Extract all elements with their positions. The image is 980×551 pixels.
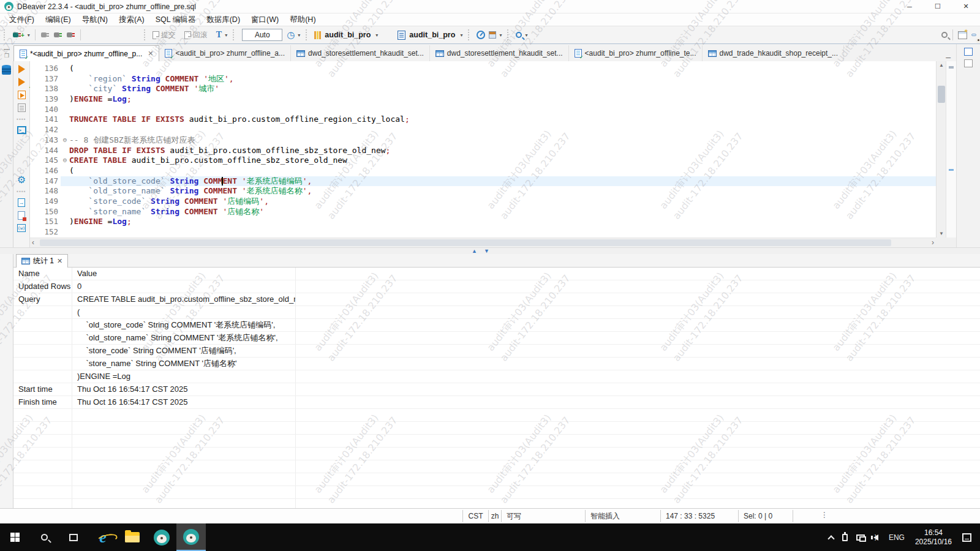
grid-row[interactable]: Finish timeThu Oct 16 16:54:17 CST 2025 <box>13 396 980 409</box>
code-line[interactable]: 146( <box>30 166 936 176</box>
word-wrap-button[interactable]: (w) <box>17 224 26 232</box>
status-writable[interactable]: 可写 <box>501 510 585 522</box>
task-view-button[interactable] <box>59 523 88 551</box>
open-perspective-button[interactable] <box>956 30 969 40</box>
open-console-button[interactable]: >_ <box>17 126 26 134</box>
code-line[interactable]: 139)ENGINE =Log; <box>30 94 936 105</box>
menu-item-w[interactable]: 窗口(W) <box>246 13 284 26</box>
internet-explorer-button[interactable]: e <box>88 523 118 551</box>
minimized-toolbar-handle[interactable]: ▪▪▪▪❐ <box>0 44 13 61</box>
code-line[interactable]: 137 `region` String COMMENT '地区', <box>30 74 936 84</box>
status-overflow-icon[interactable]: ⋮ <box>821 511 828 519</box>
editor-results-splitter[interactable]: ▲ ▼ <box>0 247 980 254</box>
code-line[interactable]: 136( <box>30 64 936 74</box>
explain-plan-button[interactable] <box>18 103 26 112</box>
minimized-view-icon[interactable] <box>964 59 973 67</box>
fold-marker-icon[interactable]: ⊖ <box>61 135 69 146</box>
minimized-outline-strip[interactable] <box>956 44 980 247</box>
statistics-grid[interactable]: NameValueUpdated Rows0QueryCREATE TABLE … <box>13 268 980 508</box>
menu-item-n[interactable]: 导航(N) <box>77 13 113 26</box>
schema-selector[interactable]: audit_bi_pro▾ <box>396 29 464 41</box>
column-header-name[interactable]: Name <box>13 268 72 280</box>
code-line[interactable]: 151)ENGINE =Log; <box>30 217 936 227</box>
scrollbar-thumb[interactable] <box>40 239 891 246</box>
dbeaver-taskbar-button[interactable] <box>147 523 176 551</box>
grid-row[interactable]: QueryCREATE TABLE audit_bi_pro.custom_of… <box>13 293 980 306</box>
tab-statistics[interactable]: 统计 1 ✕ <box>16 254 68 268</box>
menu-item-e[interactable]: 编辑(E) <box>40 13 77 26</box>
editor-tab[interactable]: <audit_bi_pro> zhumr_offline_a... <box>159 45 291 61</box>
code-line[interactable]: 140 <box>30 105 936 115</box>
grid-row[interactable]: Start timeThu Oct 16 16:54:17 CST 2025 <box>13 383 980 396</box>
execute-in-new-tab-button[interactable] <box>18 78 25 86</box>
column-header-value[interactable]: Value <box>72 268 296 280</box>
code-line[interactable]: 138 `city` String COMMENT '城市' <box>30 84 936 94</box>
scroll-down-icon[interactable]: ▼ <box>937 230 946 238</box>
start-button[interactable] <box>0 523 29 551</box>
dbeaver-perspective-button[interactable] <box>971 34 976 36</box>
sql-code-editor[interactable]: 136(137 `region` String COMMENT '地区',138… <box>30 61 936 238</box>
grid-row[interactable]: ( <box>13 306 980 319</box>
status-caret-position[interactable]: 147 : 33 : 5325 <box>660 510 738 522</box>
settings-gear-icon[interactable]: ⚙ <box>17 176 26 184</box>
status-timezone[interactable]: CST <box>462 510 488 522</box>
transaction-log-button[interactable]: T▾ <box>214 29 229 41</box>
connect-button[interactable] <box>39 30 51 40</box>
dbeaver-taskbar-button-active[interactable] <box>176 523 206 551</box>
menu-item-d[interactable]: 数据库(D) <box>201 13 246 26</box>
code-line[interactable]: 152 <box>30 227 936 238</box>
commit-button[interactable]: 提交 <box>151 29 178 42</box>
editor-tab[interactable]: dwd_storesettlement_hkaudit_set... <box>430 45 569 61</box>
scrollbar-thumb[interactable] <box>938 86 945 103</box>
commit-mode-select[interactable]: Auto <box>242 29 282 41</box>
validate-script-button[interactable] <box>18 211 25 220</box>
search-button[interactable]: ▾ <box>514 31 529 39</box>
action-center-button[interactable] <box>958 523 980 551</box>
minimize-editor-icon[interactable]: ─ <box>946 54 951 61</box>
file-explorer-button[interactable] <box>118 523 147 551</box>
new-connection-button[interactable]: +▾ <box>10 30 32 40</box>
code-line[interactable]: 144DROP TABLE IF EXISTS audit_bi_pro.cus… <box>30 146 936 156</box>
minimized-view-icon[interactable] <box>964 48 973 56</box>
scroll-up-icon[interactable]: ▲ <box>937 61 946 69</box>
code-line[interactable]: 149 `store_code` String COMMENT '店铺编码', <box>30 197 936 207</box>
menu-item-f[interactable]: 文件(F) <box>4 13 40 26</box>
execute-script-button[interactable] <box>18 91 26 99</box>
chevron-down-icon[interactable]: ▾ <box>525 32 527 38</box>
language-indicator[interactable]: ENG <box>884 523 909 551</box>
rollback-button[interactable]: 回滚 <box>183 29 209 42</box>
close-icon[interactable]: ✕ <box>57 257 62 265</box>
fold-marker-icon[interactable]: ⊖ <box>61 156 69 166</box>
close-icon[interactable]: ✕ <box>148 50 153 58</box>
menu-item-sql[interactable]: SQL 编辑器 <box>150 13 202 26</box>
code-line[interactable]: 147 `old_store_code` String COMMENT '老系统… <box>30 176 936 187</box>
network-tray-button[interactable] <box>852 523 869 551</box>
code-line[interactable]: 142 <box>30 125 936 135</box>
commit-type-button[interactable]: ▾ <box>487 30 503 40</box>
editor-tab[interactable]: <audit_bi_pro> zhumr_offline_te... <box>569 45 703 61</box>
status-selection[interactable]: Sel: 0 | 0 <box>738 510 793 522</box>
editor-vertical-scrollbar[interactable]: ▲ ▼ <box>936 61 946 238</box>
status-insert-mode[interactable]: 智能插入 <box>585 510 660 522</box>
editor-horizontal-scrollbar[interactable]: ‹ › <box>30 238 936 247</box>
menu-item-h[interactable]: 帮助(H) <box>284 13 321 26</box>
tray-expand-button[interactable] <box>824 523 838 551</box>
minimize-window-icon[interactable]: ─ <box>895 0 924 13</box>
volume-tray-button[interactable] <box>869 523 884 551</box>
dashboard-button[interactable] <box>475 29 487 40</box>
maximize-window-icon[interactable]: ☐ <box>924 0 952 13</box>
taskbar-clock[interactable]: 16:54 2025/10/16 <box>909 528 958 547</box>
grid-row[interactable]: `store_name` String COMMENT '店铺名称' <box>13 358 980 370</box>
scroll-right-icon[interactable]: › <box>932 238 934 247</box>
usb-tray-button[interactable] <box>838 523 852 551</box>
connection-selector[interactable]: audit_bi_pro▾ <box>312 29 380 40</box>
database-navigator-icon[interactable] <box>2 66 11 75</box>
editor-tab[interactable]: *<audit_bi_pro> zhumr_offline_p...✕ <box>13 45 159 61</box>
close-window-icon[interactable]: ✕ <box>952 0 980 13</box>
chevron-down-icon[interactable]: ▾ <box>499 32 502 38</box>
code-line[interactable]: 150 `store_name` String COMMENT '店铺名称' <box>30 207 936 217</box>
chevron-down-icon[interactable]: ▾ <box>375 32 378 38</box>
grid-row[interactable]: `old_store_name` String COMMENT '老系统店铺名称… <box>13 332 980 345</box>
quick-access-search-button[interactable] <box>940 31 949 39</box>
chevron-down-icon[interactable]: ▾ <box>225 32 227 38</box>
